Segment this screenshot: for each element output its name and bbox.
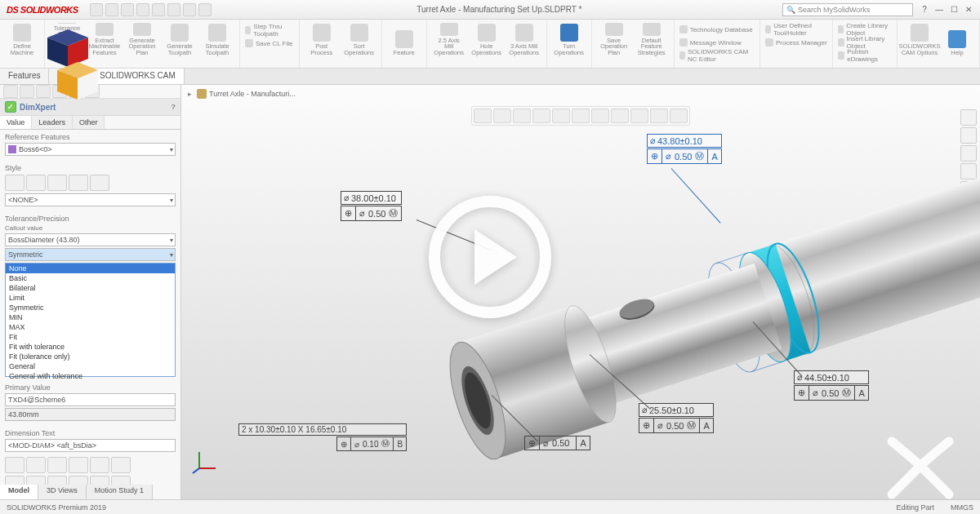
qat-rebuild-icon[interactable] — [183, 3, 196, 16]
style-dropdown[interactable]: <NONE>▾ — [5, 193, 176, 206]
simulate-toolpath-button[interactable]: Simulate Toolpath — [200, 21, 234, 57]
text-format-icon[interactable] — [69, 457, 88, 473]
overlay-logo-cubes — [23, 23, 113, 113]
hole-ops-button[interactable]: Hole Operations — [470, 21, 504, 57]
tolerance-option[interactable]: Fit with tolerance — [6, 342, 175, 352]
view-icon[interactable] — [670, 109, 688, 123]
style-icon[interactable] — [90, 175, 109, 191]
tolerance-option[interactable]: Limit — [6, 293, 175, 303]
post-process-button[interactable]: Post Process — [305, 21, 339, 57]
sort-ops-button[interactable]: Sort Operations — [342, 21, 376, 57]
style-icon[interactable] — [5, 175, 24, 191]
turn-ops-button[interactable]: Turn Operations — [552, 21, 586, 57]
help-button[interactable]: Help — [940, 21, 974, 57]
generate-toolpath-button[interactable]: Generate Toolpath — [163, 21, 197, 57]
dimension-callout[interactable]: ⌀44.50±0.10 ⊕⌀ 0.50 ⓂA — [794, 370, 869, 401]
tab-model[interactable]: Model — [0, 485, 38, 499]
status-version: SOLIDWORKS Premium 2019 — [7, 503, 106, 512]
tolerance-option[interactable]: None — [6, 264, 175, 273]
orientation-triad[interactable] — [191, 445, 220, 475]
dimension-callout[interactable]: ⌀38.00±0.10 ⊕⌀ 0.50 Ⓜ — [341, 191, 402, 221]
msg-window-button[interactable]: Message Window — [679, 37, 755, 48]
tab-motion[interactable]: Motion Study 1 — [87, 485, 153, 499]
tolerance-option[interactable]: MIN — [6, 312, 175, 322]
view-icon[interactable] — [591, 109, 609, 123]
search-input[interactable]: 🔍Search MySolidWorks — [782, 3, 913, 16]
style-icon[interactable] — [26, 175, 46, 191]
close-icon[interactable]: ✕ — [962, 4, 975, 16]
ref-features-field[interactable]: Boss6<0>▾ — [5, 143, 176, 156]
document-title: Turret Axle - Manufacturing Set Up.SLDPR… — [216, 5, 782, 14]
qat-open-icon[interactable] — [105, 3, 118, 16]
tolerance-option[interactable]: Fit — [6, 332, 175, 342]
text-format-icon[interactable] — [111, 457, 131, 473]
save-op-plan-button[interactable]: Save Operation Plan — [597, 21, 631, 57]
cam-options-button[interactable]: SOLIDWORKS CAM Options — [902, 21, 937, 57]
tolerance-option[interactable]: Symmetric — [6, 303, 175, 312]
qat-new-icon[interactable] — [90, 3, 103, 16]
qat-options-icon[interactable] — [198, 3, 212, 16]
tolerance-option[interactable]: Bilateral — [6, 283, 175, 293]
insert-lib-button[interactable]: Insert Library Object — [838, 37, 892, 48]
text-format-icon[interactable] — [90, 457, 109, 473]
tolerance-type-dropdown[interactable]: Symmetric▾ — [5, 248, 176, 261]
view-icon[interactable] — [650, 109, 668, 123]
taskpane-icon[interactable] — [960, 127, 977, 144]
status-units[interactable]: MMGS — [951, 503, 973, 512]
edrawings-button[interactable]: Publish eDrawings — [838, 50, 892, 61]
default-strategies-button[interactable]: Default Feature Strategies — [635, 21, 669, 57]
text-format-icon[interactable] — [26, 457, 46, 473]
view-icon[interactable] — [630, 109, 648, 123]
dimension-callout[interactable]: 2 x 10.30±0.10 X 16.65±0.10 ⊕⌀ 0.10 ⓂB — [238, 423, 407, 451]
view-icon[interactable] — [513, 109, 531, 123]
toolholder-button[interactable]: User Defined Tool/Holder — [765, 24, 827, 35]
tech-db-button[interactable]: Technology Database — [679, 24, 755, 35]
style-icon[interactable] — [69, 175, 88, 191]
25axis-button[interactable]: 2.5 Axis Mill Operations — [432, 21, 466, 57]
minimize-icon[interactable]: — — [933, 4, 946, 16]
text-format-icon[interactable] — [47, 457, 67, 473]
primary-name-field[interactable]: TXD4@Scheme6 — [5, 393, 176, 406]
feature-button[interactable]: Feature — [387, 21, 421, 57]
step-thru-button[interactable]: Step Thru Toolpath — [245, 24, 294, 36]
view-icon[interactable] — [611, 109, 629, 123]
save-cl-button[interactable]: Save CL File — [245, 38, 294, 49]
viewport[interactable]: ▸ Turret Axle - Manufacturi... — [181, 85, 980, 499]
help-icon[interactable]: ? — [918, 4, 931, 16]
dim-text-field[interactable]: <MOD-DIAM> <aft_bsDia> — [5, 439, 176, 452]
qat-save-icon[interactable] — [121, 3, 134, 16]
subtab-other[interactable]: Other — [73, 116, 105, 129]
view-icon[interactable] — [493, 109, 511, 123]
tab-3dviews[interactable]: 3D Views — [38, 485, 87, 499]
generate-plan-button[interactable]: Generate Operation Plan — [125, 21, 159, 57]
process-mgr-button[interactable]: Process Manager — [765, 37, 827, 48]
3axis-button[interactable]: 3 Axis Mill Operations — [507, 21, 541, 57]
breadcrumb[interactable]: Turret Axle - Manufacturi... — [197, 89, 296, 99]
tree-icon[interactable] — [3, 85, 18, 98]
qat-undo-icon[interactable] — [152, 3, 165, 16]
view-icon[interactable] — [474, 109, 492, 123]
tolerance-option[interactable]: General — [6, 361, 175, 371]
style-icon[interactable] — [47, 175, 67, 191]
subtab-leaders[interactable]: Leaders — [32, 116, 73, 129]
window-controls: ? — ☐ ✕ — [913, 4, 980, 16]
text-format-icon[interactable] — [5, 457, 24, 473]
subtab-value[interactable]: Value — [0, 116, 32, 129]
qat-redo-icon[interactable] — [167, 3, 180, 16]
view-icon[interactable] — [572, 109, 590, 123]
tolerance-option[interactable]: Basic — [6, 273, 175, 283]
tolerance-option[interactable]: Fit (tolerance only) — [6, 352, 175, 361]
view-icon[interactable] — [532, 109, 550, 123]
callout-value-dropdown[interactable]: BossDiameter (43.80)▾ — [5, 233, 176, 246]
panel-help-icon[interactable]: ? — [172, 103, 176, 111]
view-icon[interactable] — [552, 109, 570, 123]
nc-editor-button[interactable]: SOLIDWORKS CAM NC Editor — [679, 50, 755, 61]
play-button-overlay[interactable] — [429, 196, 551, 318]
dimension-callout[interactable]: ⌀43.80±0.10 ⊕⌀ 0.50 ⓂA — [647, 134, 722, 164]
tolerance-option[interactable]: MAX — [6, 322, 175, 332]
create-lib-button[interactable]: Create Library Object — [838, 24, 892, 35]
taskpane-icon[interactable] — [960, 109, 977, 126]
ok-icon[interactable]: ✓ — [5, 101, 16, 113]
qat-print-icon[interactable] — [136, 3, 149, 16]
maximize-icon[interactable]: ☐ — [947, 4, 960, 16]
